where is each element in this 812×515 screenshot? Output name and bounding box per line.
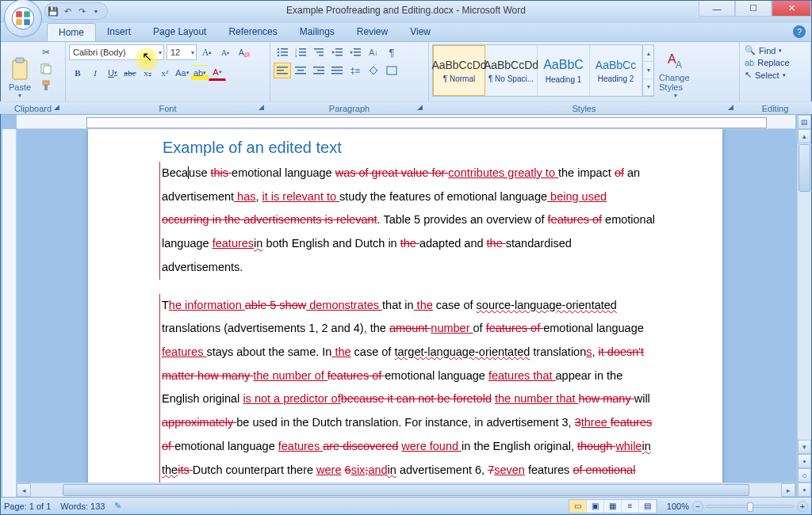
group-label-paragraph: Paragraph bbox=[267, 101, 431, 114]
multilevel-button[interactable] bbox=[310, 44, 327, 60]
document-page[interactable]: Example of an edited text Because this e… bbox=[88, 129, 722, 497]
align-right-button[interactable] bbox=[310, 63, 327, 78]
scroll-up-button[interactable]: ▴ bbox=[798, 129, 811, 143]
maximize-button[interactable]: ☐ bbox=[735, 1, 772, 17]
zoom-slider[interactable] bbox=[707, 505, 794, 508]
view-full-screen[interactable]: ▣ bbox=[587, 500, 604, 513]
font-family-combo[interactable]: Calibri (Body)▾ bbox=[69, 44, 164, 60]
font-size-combo[interactable]: 12▾ bbox=[167, 44, 197, 60]
scroll-left-button[interactable]: ◂ bbox=[17, 483, 31, 497]
highlight-button[interactable]: ab▾ bbox=[191, 65, 209, 81]
format-painter-button[interactable] bbox=[38, 78, 54, 93]
style-normal[interactable]: AaBbCcDd¶ Normal bbox=[433, 45, 485, 96]
tab-view[interactable]: View bbox=[399, 23, 442, 41]
show-marks-button[interactable]: ¶ bbox=[383, 44, 400, 60]
change-case-button[interactable]: Aa▾ bbox=[174, 65, 191, 81]
grow-font-button[interactable]: A▴ bbox=[199, 44, 215, 60]
align-center-button[interactable] bbox=[292, 63, 309, 78]
qat-save[interactable]: 💾 bbox=[47, 5, 59, 17]
doc-para-2: The information able 5 show demonstrates… bbox=[159, 294, 656, 497]
cut-button[interactable]: ✂ bbox=[38, 44, 54, 60]
svg-rect-24 bbox=[299, 55, 306, 56]
tab-review[interactable]: Review bbox=[346, 23, 399, 41]
underline-button[interactable]: U▾ bbox=[104, 65, 121, 81]
font-color-button[interactable]: A▾ bbox=[209, 65, 226, 81]
scrollbar-horizontal[interactable]: ◂ ▸ bbox=[17, 483, 795, 497]
tab-mailings[interactable]: Mailings bbox=[289, 23, 346, 41]
tab-page-layout[interactable]: Page Layout bbox=[142, 23, 217, 41]
subscript-button[interactable]: x₂ bbox=[139, 65, 156, 81]
view-outline[interactable]: ≡ bbox=[622, 500, 639, 513]
tab-insert[interactable]: Insert bbox=[96, 23, 142, 41]
tab-home[interactable]: Home bbox=[47, 23, 96, 41]
zoom-in-button[interactable]: + bbox=[797, 501, 808, 512]
tab-references[interactable]: References bbox=[217, 23, 288, 41]
qat-redo[interactable]: ↷ bbox=[75, 5, 88, 17]
line-spacing-button[interactable]: ‡≡ bbox=[347, 63, 364, 78]
office-button[interactable] bbox=[4, 0, 42, 37]
replace-button[interactable]: abReplace bbox=[743, 57, 791, 68]
style-heading2[interactable]: AaBbCcHeading 2 bbox=[590, 45, 642, 96]
justify-button[interactable] bbox=[328, 63, 346, 78]
paste-button[interactable]: Paste ▾ bbox=[4, 44, 36, 101]
gallery-scroll[interactable]: ▴▾▾ bbox=[642, 45, 653, 96]
status-proofing-icon[interactable]: ✎ bbox=[114, 501, 121, 511]
svg-rect-12 bbox=[243, 52, 249, 57]
style-no-spacing[interactable]: AaBbCcDd¶ No Spaci... bbox=[485, 45, 538, 96]
svg-rect-41 bbox=[317, 70, 324, 71]
sort-button[interactable]: A↓ bbox=[365, 44, 382, 60]
ruler-horizontal[interactable] bbox=[17, 115, 795, 129]
scrollbar-vertical[interactable]: ▤ ▴ ▾ • ○ • bbox=[797, 115, 811, 497]
scroll-down-button[interactable]: ▾ bbox=[798, 440, 811, 454]
styles-gallery[interactable]: AaBbCcDd¶ Normal AaBbCcDd¶ No Spaci... A… bbox=[432, 44, 654, 97]
zoom-out-button[interactable]: − bbox=[692, 501, 703, 512]
scroll-thumb-h[interactable] bbox=[63, 484, 749, 496]
superscript-button[interactable]: x² bbox=[156, 65, 174, 81]
qat-customize-icon[interactable]: ▾ bbox=[90, 5, 102, 17]
clear-format-button[interactable]: A bbox=[236, 44, 251, 60]
minimize-button[interactable]: — bbox=[699, 1, 735, 17]
increase-indent-button[interactable] bbox=[347, 44, 364, 60]
group-styles: AaBbCcDd¶ Normal AaBbCcDd¶ No Spaci... A… bbox=[429, 42, 740, 114]
style-heading1[interactable]: AaBbCHeading 1 bbox=[538, 45, 590, 96]
change-styles-button[interactable]: AA Change Styles ▾ bbox=[657, 44, 695, 101]
copy-button[interactable] bbox=[38, 61, 54, 77]
zoom-level[interactable]: 100% bbox=[667, 502, 689, 511]
status-page[interactable]: Page: 1 of 1 bbox=[4, 502, 51, 511]
select-button[interactable]: ↖Select▾ bbox=[743, 69, 791, 81]
view-web-layout[interactable]: ▦ bbox=[604, 500, 622, 513]
next-page-button[interactable]: • bbox=[798, 483, 811, 497]
qat-undo[interactable]: ↶ bbox=[61, 5, 74, 17]
group-paragraph: 123 A↓ ¶ ‡≡ Paragraph ◢ bbox=[270, 42, 429, 114]
browse-object-button[interactable]: ○ bbox=[798, 468, 811, 483]
scroll-thumb-v[interactable] bbox=[799, 144, 810, 192]
shading-button[interactable] bbox=[365, 63, 382, 78]
eraser-icon: A bbox=[237, 47, 250, 58]
find-icon: 🔍 bbox=[745, 45, 756, 55]
svg-rect-30 bbox=[335, 55, 343, 56]
ruler-toggle[interactable]: ▤ bbox=[798, 115, 811, 129]
bullets-button[interactable] bbox=[274, 44, 291, 60]
italic-button[interactable]: I bbox=[86, 65, 104, 81]
status-words[interactable]: Words: 133 bbox=[60, 502, 105, 511]
status-bar: Page: 1 of 1 Words: 133 ✎ ▭ ▣ ▦ ≡ ▤ 100%… bbox=[1, 497, 811, 514]
borders-button[interactable] bbox=[383, 63, 400, 78]
view-buttons: ▭ ▣ ▦ ≡ ▤ bbox=[569, 499, 657, 513]
view-draft[interactable]: ▤ bbox=[639, 500, 657, 513]
bold-button[interactable]: B bbox=[69, 65, 86, 81]
svg-point-17 bbox=[278, 55, 279, 56]
scroll-right-button[interactable]: ▸ bbox=[781, 483, 795, 497]
strike-button[interactable]: abc bbox=[121, 65, 139, 81]
ruler-vertical[interactable] bbox=[2, 129, 17, 497]
shrink-font-button[interactable]: A▾ bbox=[217, 44, 233, 60]
close-button[interactable]: ✕ bbox=[772, 1, 811, 17]
numbering-button[interactable]: 123 bbox=[292, 44, 309, 60]
zoom-slider-knob[interactable] bbox=[747, 502, 753, 512]
find-button[interactable]: 🔍Find▾ bbox=[743, 44, 791, 56]
align-left-button[interactable] bbox=[274, 63, 291, 78]
help-icon[interactable]: ? bbox=[793, 25, 806, 38]
brush-icon bbox=[40, 80, 52, 91]
view-print-layout[interactable]: ▭ bbox=[569, 500, 587, 513]
prev-page-button[interactable]: • bbox=[798, 454, 811, 468]
decrease-indent-button[interactable] bbox=[328, 44, 346, 60]
